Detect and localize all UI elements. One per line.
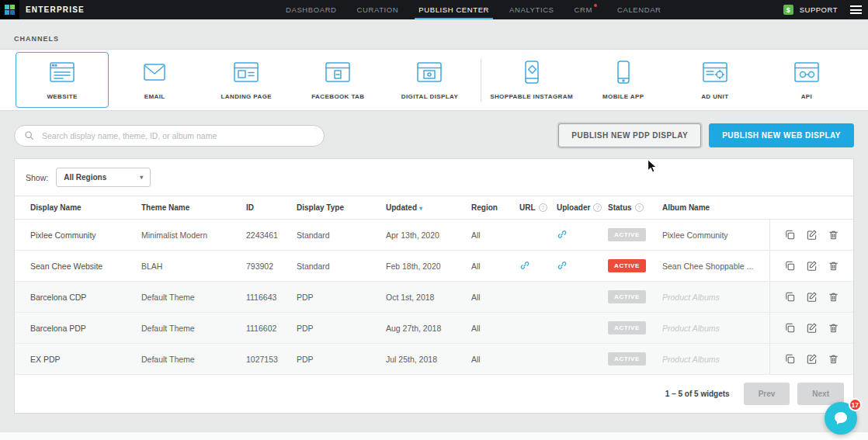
delete-icon[interactable] [828, 353, 839, 365]
row-actions [776, 291, 848, 303]
cell-actions [769, 220, 853, 251]
col-actions [769, 196, 853, 220]
publish-new-pdp-display-button[interactable]: PUBLISH NEW PDP DISPLAY [558, 123, 701, 147]
prev-page-button[interactable]: Prev [744, 383, 790, 405]
column-label: Uploader [557, 203, 590, 212]
hamburger-menu-icon[interactable] [850, 5, 863, 14]
col-url[interactable]: URL? [513, 196, 550, 220]
sort-desc-icon[interactable]: ▾ [419, 205, 422, 212]
support-link[interactable]: SUPPORT [800, 5, 838, 14]
chat-launcher-button[interactable]: 17 [825, 402, 857, 435]
channels-section-label: CHANNELS [14, 35, 868, 43]
notification-dot [594, 4, 597, 7]
copy-icon[interactable] [784, 291, 796, 303]
uploader-link-icon[interactable] [557, 260, 568, 271]
nav-label: CALENDAR [617, 5, 661, 14]
edit-icon[interactable] [806, 260, 818, 272]
topnav-analytics[interactable]: ANALYTICS [509, 0, 554, 19]
website-icon [47, 60, 78, 88]
uploader-link-icon[interactable] [557, 229, 568, 240]
cell-region: All [465, 344, 513, 375]
copy-icon[interactable] [784, 353, 796, 365]
topnav-crm[interactable]: CRM [575, 0, 597, 19]
topnav-curation[interactable]: CURATION [357, 0, 399, 19]
cell-uploader [550, 220, 602, 251]
help-icon[interactable]: ? [635, 203, 644, 212]
cell-display-name: EX PDP [15, 344, 135, 375]
cell-uploader [550, 344, 602, 375]
edit-icon[interactable] [806, 353, 818, 365]
column-label: Region [471, 203, 498, 212]
channel-ad-unit[interactable]: AD UNIT [669, 50, 761, 110]
col-updated[interactable]: Updated▾ [380, 196, 465, 220]
channel-mobile-app[interactable]: MOBILE APP [578, 50, 669, 110]
cell-display-type: Standard [290, 220, 380, 251]
top-navbar: ENTERPRISE DASHBOARDCURATIONPUBLISH CENT… [0, 0, 868, 19]
cell-id: 1116643 [240, 282, 290, 313]
credits-icon[interactable]: $ [783, 5, 793, 15]
delete-icon[interactable] [828, 260, 839, 272]
channel-digital-display[interactable]: DIGITAL DISPLAY [384, 50, 475, 110]
cell-display-name: Pixlee Community [15, 220, 135, 251]
delete-icon[interactable] [828, 322, 839, 334]
copy-icon[interactable] [784, 322, 796, 334]
cell-theme-name: Default Theme [135, 313, 240, 344]
url-link-icon[interactable] [519, 260, 530, 271]
column-label: Status [608, 203, 632, 212]
help-icon[interactable]: ? [539, 203, 547, 212]
cell-url [513, 313, 550, 344]
column-label: Display Type [297, 203, 344, 212]
cell-id: 1116602 [240, 313, 290, 344]
topnav-dashboard[interactable]: DASHBOARD [286, 0, 337, 19]
channel-facebook-tab[interactable]: FACEBOOK TAB [292, 50, 384, 110]
publish-new-web-display-button[interactable]: PUBLISH NEW WEB DISPLAY [709, 123, 854, 147]
cell-display-name: Sean Chee Website [15, 251, 135, 282]
search-input[interactable] [40, 130, 314, 141]
cell-album-name: Pixlee Community [656, 220, 769, 251]
search-box[interactable] [14, 125, 325, 147]
cell-url [513, 251, 550, 282]
edit-icon[interactable] [806, 229, 818, 241]
topnav-calendar[interactable]: CALENDAR [617, 0, 661, 19]
edit-icon[interactable] [806, 322, 818, 334]
cell-theme-name: Default Theme [135, 344, 240, 375]
copy-icon[interactable] [784, 229, 796, 241]
col-album-name[interactable]: Album Name [656, 196, 769, 220]
copy-icon[interactable] [784, 260, 796, 272]
channel-label: API [801, 93, 813, 100]
cell-updated: Jul 25th, 2018 [380, 344, 465, 375]
status-badge: ACTIVE [608, 352, 646, 366]
col-display-type[interactable]: Display Type [290, 196, 380, 220]
bottom-strip [0, 431, 868, 440]
cell-id: 1027153 [240, 344, 290, 375]
col-display-name[interactable]: Display Name [15, 196, 135, 220]
nav-label: ANALYTICS [509, 5, 554, 14]
status-badge: ACTIVE [608, 290, 646, 303]
delete-icon[interactable] [828, 229, 839, 241]
col-region[interactable]: Region [465, 196, 513, 220]
col-status[interactable]: Status? [602, 196, 656, 220]
cell-actions [769, 344, 853, 375]
channel-api[interactable]: API [761, 50, 852, 110]
topnav-publish-center[interactable]: PUBLISH CENTER [418, 0, 489, 19]
landing-page-icon [231, 60, 262, 88]
channel-website[interactable]: WEBSITE [16, 52, 109, 108]
channel-landing-page[interactable]: LANDING PAGE [200, 50, 292, 110]
cell-url [513, 282, 550, 313]
col-id[interactable]: ID [240, 196, 290, 220]
cell-theme-name: BLAH [135, 251, 240, 282]
table-row: EX PDPDefault Theme1027153PDPJul 25th, 2… [15, 344, 853, 375]
cell-region: All [465, 313, 513, 344]
channel-shoppable-instagram[interactable]: SHOPPABLE INSTAGRAM [486, 50, 578, 110]
cell-updated: Oct 1st, 2018 [380, 282, 465, 313]
col-theme-name[interactable]: Theme Name [135, 196, 240, 220]
edit-icon[interactable] [806, 291, 818, 303]
cell-display-type: PDP [290, 282, 380, 313]
channel-email[interactable]: EMAIL [109, 50, 200, 110]
col-uploader[interactable]: Uploader? [550, 196, 602, 220]
delete-icon[interactable] [828, 291, 839, 303]
help-icon[interactable]: ? [593, 203, 602, 212]
region-select[interactable]: All Regions ▾ [56, 168, 151, 187]
brand-logo-icon[interactable] [0, 0, 19, 19]
cell-updated: Apr 13th, 2020 [380, 220, 465, 251]
